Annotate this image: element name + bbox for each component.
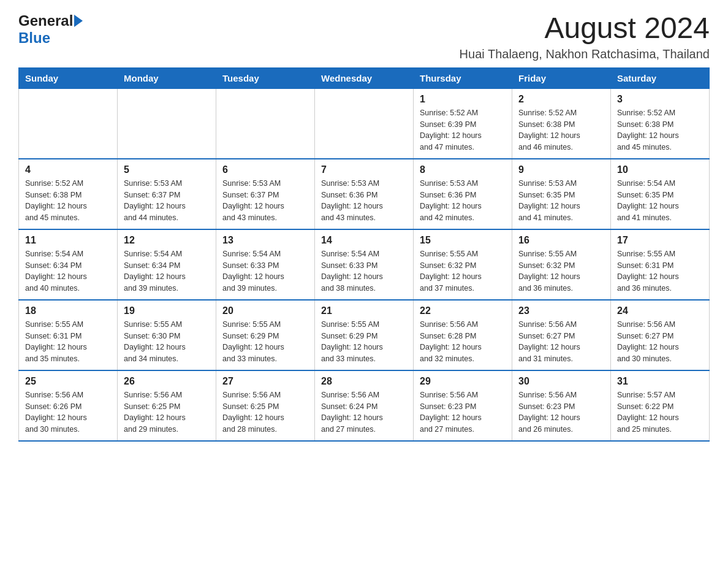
calendar-cell: 31Sunrise: 5:57 AM Sunset: 6:22 PM Dayli… [611, 370, 710, 441]
location-subtitle: Huai Thalaeng, Nakhon Ratchasima, Thaila… [460, 47, 710, 61]
day-number: 31 [617, 376, 703, 387]
day-number: 13 [222, 235, 308, 246]
weekday-header-monday: Monday [118, 67, 216, 88]
day-number: 15 [420, 235, 506, 246]
calendar-cell: 22Sunrise: 5:56 AM Sunset: 6:28 PM Dayli… [414, 300, 512, 370]
day-sun-info: Sunrise: 5:53 AM Sunset: 6:35 PM Dayligh… [518, 178, 604, 224]
day-sun-info: Sunrise: 5:56 AM Sunset: 6:23 PM Dayligh… [420, 389, 506, 435]
calendar-cell: 27Sunrise: 5:56 AM Sunset: 6:25 PM Dayli… [216, 370, 315, 441]
day-number: 22 [420, 305, 506, 316]
day-sun-info: Sunrise: 5:53 AM Sunset: 6:36 PM Dayligh… [420, 178, 506, 224]
day-sun-info: Sunrise: 5:55 AM Sunset: 6:32 PM Dayligh… [420, 248, 506, 294]
day-sun-info: Sunrise: 5:55 AM Sunset: 6:30 PM Dayligh… [124, 319, 210, 365]
day-number: 8 [420, 164, 506, 175]
day-number: 23 [518, 305, 604, 316]
day-sun-info: Sunrise: 5:56 AM Sunset: 6:23 PM Dayligh… [518, 389, 604, 435]
day-number: 28 [321, 376, 407, 387]
day-number: 2 [518, 94, 604, 105]
day-sun-info: Sunrise: 5:53 AM Sunset: 6:37 PM Dayligh… [124, 178, 210, 224]
logo-general-text: General [18, 12, 73, 29]
day-number: 24 [617, 305, 703, 316]
day-sun-info: Sunrise: 5:56 AM Sunset: 6:27 PM Dayligh… [617, 319, 703, 365]
logo-triangle-icon [74, 15, 83, 27]
day-number: 5 [124, 164, 210, 175]
day-number: 9 [518, 164, 604, 175]
calendar-week-row: 18Sunrise: 5:55 AM Sunset: 6:31 PM Dayli… [19, 300, 710, 370]
calendar-cell: 20Sunrise: 5:55 AM Sunset: 6:29 PM Dayli… [216, 300, 315, 370]
day-number: 20 [222, 305, 308, 316]
day-sun-info: Sunrise: 5:56 AM Sunset: 6:25 PM Dayligh… [222, 389, 308, 435]
day-sun-info: Sunrise: 5:52 AM Sunset: 6:38 PM Dayligh… [518, 107, 604, 153]
day-sun-info: Sunrise: 5:55 AM Sunset: 6:29 PM Dayligh… [321, 319, 407, 365]
day-sun-info: Sunrise: 5:56 AM Sunset: 6:25 PM Dayligh… [124, 389, 210, 435]
calendar-cell: 19Sunrise: 5:55 AM Sunset: 6:30 PM Dayli… [118, 300, 216, 370]
day-number: 19 [124, 305, 210, 316]
calendar-cell: 7Sunrise: 5:53 AM Sunset: 6:36 PM Daylig… [315, 159, 414, 229]
calendar-cell: 14Sunrise: 5:54 AM Sunset: 6:33 PM Dayli… [315, 229, 414, 300]
day-number: 10 [617, 164, 703, 175]
calendar-cell: 15Sunrise: 5:55 AM Sunset: 6:32 PM Dayli… [414, 229, 512, 300]
calendar-cell: 10Sunrise: 5:54 AM Sunset: 6:35 PM Dayli… [611, 159, 710, 229]
day-number: 11 [25, 235, 111, 246]
calendar-cell: 8Sunrise: 5:53 AM Sunset: 6:36 PM Daylig… [414, 159, 512, 229]
day-number: 25 [25, 376, 111, 387]
day-number: 21 [321, 305, 407, 316]
day-sun-info: Sunrise: 5:54 AM Sunset: 6:33 PM Dayligh… [321, 248, 407, 294]
logo-blue-text: Blue [18, 29, 50, 46]
calendar-cell: 16Sunrise: 5:55 AM Sunset: 6:32 PM Dayli… [512, 229, 611, 300]
calendar-cell: 25Sunrise: 5:56 AM Sunset: 6:26 PM Dayli… [19, 370, 118, 441]
title-area: August 2024 Huai Thalaeng, Nakhon Ratcha… [460, 12, 710, 61]
calendar-table: SundayMondayTuesdayWednesdayThursdayFrid… [18, 67, 710, 442]
weekday-header-saturday: Saturday [611, 67, 710, 88]
calendar-cell: 4Sunrise: 5:52 AM Sunset: 6:38 PM Daylig… [19, 159, 118, 229]
day-number: 30 [518, 376, 604, 387]
calendar-week-row: 11Sunrise: 5:54 AM Sunset: 6:34 PM Dayli… [19, 229, 710, 300]
calendar-cell [118, 88, 216, 159]
weekday-header-friday: Friday [512, 67, 611, 88]
calendar-cell: 26Sunrise: 5:56 AM Sunset: 6:25 PM Dayli… [118, 370, 216, 441]
day-number: 17 [617, 235, 703, 246]
day-number: 12 [124, 235, 210, 246]
calendar-cell: 9Sunrise: 5:53 AM Sunset: 6:35 PM Daylig… [512, 159, 611, 229]
weekday-header-tuesday: Tuesday [216, 67, 315, 88]
calendar-cell: 6Sunrise: 5:53 AM Sunset: 6:37 PM Daylig… [216, 159, 315, 229]
weekday-header-sunday: Sunday [19, 67, 118, 88]
day-sun-info: Sunrise: 5:52 AM Sunset: 6:38 PM Dayligh… [617, 107, 703, 153]
day-sun-info: Sunrise: 5:52 AM Sunset: 6:39 PM Dayligh… [420, 107, 506, 153]
calendar-cell: 18Sunrise: 5:55 AM Sunset: 6:31 PM Dayli… [19, 300, 118, 370]
day-sun-info: Sunrise: 5:53 AM Sunset: 6:37 PM Dayligh… [222, 178, 308, 224]
calendar-cell: 1Sunrise: 5:52 AM Sunset: 6:39 PM Daylig… [414, 88, 512, 159]
day-sun-info: Sunrise: 5:52 AM Sunset: 6:38 PM Dayligh… [25, 178, 111, 224]
day-sun-info: Sunrise: 5:57 AM Sunset: 6:22 PM Dayligh… [617, 389, 703, 435]
calendar-cell: 12Sunrise: 5:54 AM Sunset: 6:34 PM Dayli… [118, 229, 216, 300]
calendar-week-row: 1Sunrise: 5:52 AM Sunset: 6:39 PM Daylig… [19, 88, 710, 159]
day-number: 14 [321, 235, 407, 246]
calendar-week-row: 4Sunrise: 5:52 AM Sunset: 6:38 PM Daylig… [19, 159, 710, 229]
calendar-cell [216, 88, 315, 159]
day-sun-info: Sunrise: 5:56 AM Sunset: 6:24 PM Dayligh… [321, 389, 407, 435]
calendar-cell: 29Sunrise: 5:56 AM Sunset: 6:23 PM Dayli… [414, 370, 512, 441]
day-number: 1 [420, 94, 506, 105]
day-sun-info: Sunrise: 5:55 AM Sunset: 6:29 PM Dayligh… [222, 319, 308, 365]
day-sun-info: Sunrise: 5:54 AM Sunset: 6:34 PM Dayligh… [25, 248, 111, 294]
calendar-cell: 23Sunrise: 5:56 AM Sunset: 6:27 PM Dayli… [512, 300, 611, 370]
day-number: 26 [124, 376, 210, 387]
weekday-header-thursday: Thursday [414, 67, 512, 88]
month-year-title: August 2024 [460, 12, 710, 45]
day-sun-info: Sunrise: 5:56 AM Sunset: 6:28 PM Dayligh… [420, 319, 506, 365]
calendar-cell: 13Sunrise: 5:54 AM Sunset: 6:33 PM Dayli… [216, 229, 315, 300]
day-sun-info: Sunrise: 5:56 AM Sunset: 6:26 PM Dayligh… [25, 389, 111, 435]
calendar-cell [315, 88, 414, 159]
calendar-cell: 17Sunrise: 5:55 AM Sunset: 6:31 PM Dayli… [611, 229, 710, 300]
day-sun-info: Sunrise: 5:54 AM Sunset: 6:35 PM Dayligh… [617, 178, 703, 224]
day-sun-info: Sunrise: 5:55 AM Sunset: 6:32 PM Dayligh… [518, 248, 604, 294]
calendar-cell: 3Sunrise: 5:52 AM Sunset: 6:38 PM Daylig… [611, 88, 710, 159]
logo: General Blue [18, 12, 83, 47]
day-number: 18 [25, 305, 111, 316]
day-sun-info: Sunrise: 5:54 AM Sunset: 6:34 PM Dayligh… [124, 248, 210, 294]
day-sun-info: Sunrise: 5:55 AM Sunset: 6:31 PM Dayligh… [617, 248, 703, 294]
day-number: 4 [25, 164, 111, 175]
calendar-cell: 11Sunrise: 5:54 AM Sunset: 6:34 PM Dayli… [19, 229, 118, 300]
day-sun-info: Sunrise: 5:53 AM Sunset: 6:36 PM Dayligh… [321, 178, 407, 224]
weekday-header-row: SundayMondayTuesdayWednesdayThursdayFrid… [19, 67, 710, 88]
